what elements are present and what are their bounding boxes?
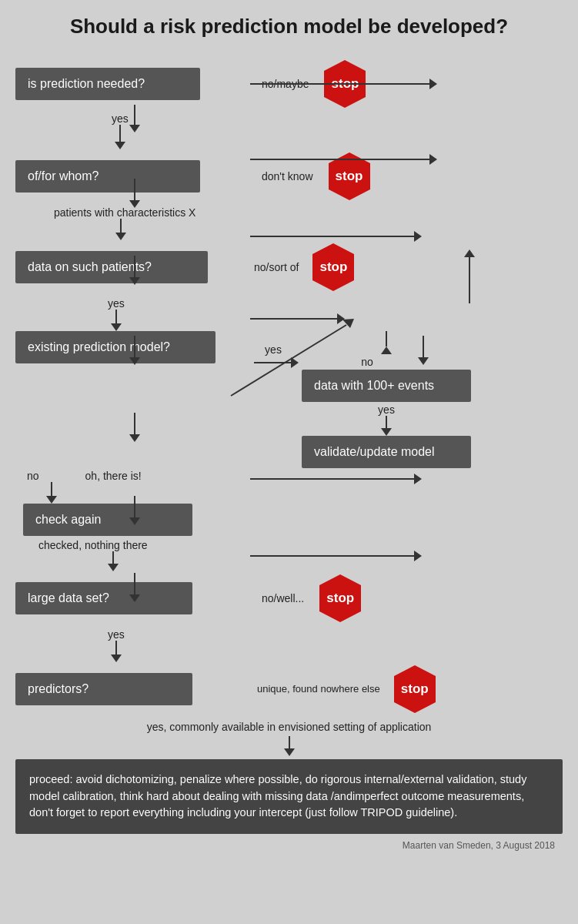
stop-label-5: stop [401, 681, 429, 697]
stop-hex-3: stop [306, 240, 360, 294]
q1-no-label: no/maybe [262, 78, 309, 90]
r2-box: validate/update model [302, 436, 471, 468]
stop-label-1: stop [332, 76, 359, 92]
stop-label-3: stop [319, 259, 347, 275]
stop-hex-4: stop [313, 571, 367, 625]
q7-unique-label: unique, found nowhere else [257, 683, 380, 695]
q4-box: existing prediction model? [15, 331, 215, 363]
flowchart: is prediction needed? no/maybe stop yes [15, 57, 563, 851]
proceed-box: proceed: avoid dichotomizing, penalize w… [15, 759, 563, 834]
q6-box: large data set? [15, 582, 192, 614]
q6-no-label: no/well... [262, 592, 304, 604]
page-title: Should a risk prediction model be develo… [15, 14, 563, 40]
q3-box: data on such patients? [15, 251, 208, 283]
q2-patients-label: patients with characteristics X [54, 206, 195, 219]
arrow-down-q3 [111, 323, 122, 331]
q2-box: of/for whom? [15, 160, 200, 192]
page-container: Should a risk prediction model be develo… [0, 0, 578, 924]
arrow-right-q4 [291, 357, 299, 368]
q1-box: is prediction needed? [15, 68, 200, 100]
svg-marker-29 [414, 551, 422, 561]
svg-marker-13 [337, 313, 345, 324]
r1-yes-label: yes [378, 403, 395, 416]
arrow-up-r1 [381, 346, 392, 354]
arrow-down-r1 [381, 428, 392, 436]
q7-box: predictors? [15, 673, 192, 705]
q5-checked-label: checked, nothing there [38, 539, 148, 551]
stop-hex-2: stop [322, 149, 376, 203]
q1-yes-label: yes [112, 112, 129, 125]
arrow-down-q6 [111, 654, 122, 662]
arrow-down-q1 [115, 142, 125, 149]
svg-marker-19 [342, 319, 354, 328]
q2-no-label: don't know [262, 170, 313, 182]
q5-box: check again [23, 504, 192, 536]
r1-no-label: no [361, 356, 373, 368]
credit-text: Maarten van Smeden, 3 August 2018 [15, 840, 563, 851]
stop-label-4: stop [326, 591, 354, 606]
q3-yes-label: yes [108, 297, 125, 310]
r1-box: data with 100+ events [302, 370, 471, 402]
q7-yes-label: yes, commonly available in envisioned se… [147, 721, 432, 733]
arrow-down-q7 [284, 748, 295, 756]
stop-hex-1: stop [318, 57, 372, 111]
q5-oh-label: oh, there is! [85, 470, 142, 482]
q4-no-label: no [27, 470, 39, 482]
arrow-down-q2 [115, 233, 126, 240]
q3-no-label: no/sort of [254, 261, 299, 273]
q4-yes-label: yes [265, 343, 282, 356]
arrow-down-q5 [108, 564, 119, 571]
q6-yes-label: yes [108, 628, 125, 641]
stop-label-2: stop [336, 169, 363, 184]
stop-hex-5: stop [388, 662, 442, 716]
arrow-down-q4-no [46, 496, 57, 504]
